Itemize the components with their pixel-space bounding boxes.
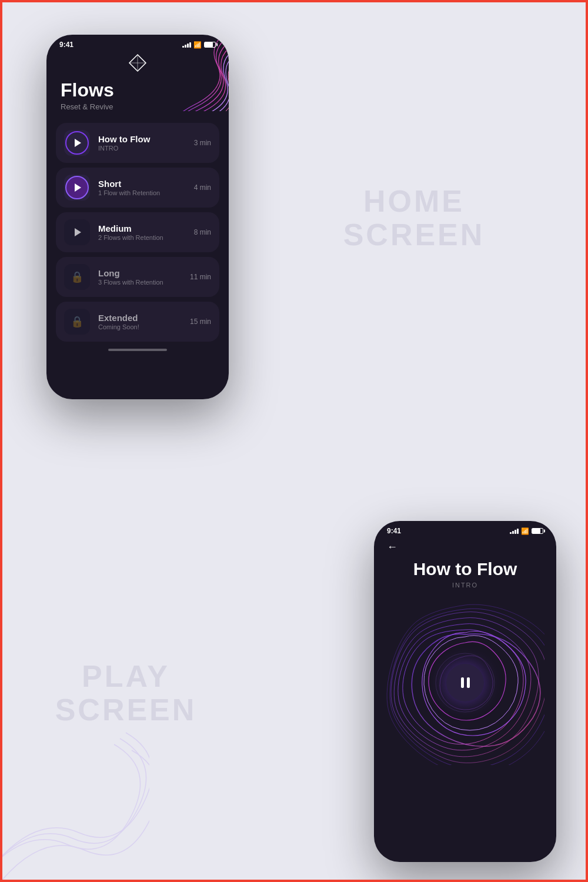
battery-icon bbox=[204, 42, 216, 48]
flow-item-medium[interactable]: Medium 2 Flows with Retention 8 min bbox=[56, 212, 219, 252]
play-triangle-icon bbox=[75, 228, 81, 236]
flow-item-extended[interactable]: 🔒 Extended Coming Soon! 15 min bbox=[56, 302, 219, 342]
flow-name: Medium bbox=[98, 223, 186, 233]
flow-duration: 3 min bbox=[194, 139, 211, 147]
time: 9:41 bbox=[59, 41, 74, 49]
play-title: How to Flow bbox=[413, 559, 517, 579]
flow-desc: 2 Flows with Retention bbox=[98, 234, 186, 241]
time-play: 9:41 bbox=[387, 527, 401, 535]
home-indicator bbox=[108, 349, 167, 351]
flow-desc: Coming Soon! bbox=[98, 323, 182, 330]
flow-info-short: Short 1 Flow with Retention bbox=[98, 179, 186, 196]
play-screen-content: How to Flow INTRO bbox=[374, 559, 556, 765]
play-circle-outline bbox=[65, 131, 89, 155]
lock-icon: 🔒 bbox=[71, 270, 83, 283]
flow-item-short[interactable]: Short 1 Flow with Retention 4 min bbox=[56, 168, 219, 208]
home-screen-label: HOMESCREEN bbox=[296, 185, 532, 252]
flow-name: Long bbox=[98, 268, 182, 278]
flow-info-how-to-flow: How to Flow INTRO bbox=[98, 134, 186, 152]
flow-name: Extended bbox=[98, 313, 182, 323]
signal-bars-play bbox=[510, 528, 519, 534]
pause-bar-left bbox=[461, 677, 464, 688]
flow-duration: 8 min bbox=[194, 228, 211, 236]
flow-desc: INTRO bbox=[98, 145, 186, 152]
lock-icon: 🔒 bbox=[71, 315, 83, 328]
status-icons-play: 📶 bbox=[510, 527, 543, 535]
bg-decoration bbox=[2, 703, 149, 880]
flow-icon-long: 🔒 bbox=[64, 264, 90, 290]
flow-icon-short bbox=[64, 175, 90, 201]
flow-duration: 4 min bbox=[194, 183, 211, 192]
back-button[interactable]: ← bbox=[374, 535, 556, 559]
flow-icon-medium bbox=[64, 219, 90, 245]
flow-item-long[interactable]: 🔒 Long 3 Flows with Retention 11 min bbox=[56, 257, 219, 297]
phone-home: 9:41 📶 Flows Reset & Revive bbox=[46, 35, 229, 399]
play-circle-filled bbox=[65, 176, 89, 199]
flow-list: How to Flow INTRO 3 min Short 1 Flow wit… bbox=[46, 123, 229, 342]
pause-bar-right bbox=[467, 677, 470, 688]
flow-name: How to Flow bbox=[98, 134, 186, 144]
flow-desc: 1 Flow with Retention bbox=[98, 189, 186, 196]
flow-icon-how-to-flow bbox=[64, 130, 90, 156]
flow-duration: 15 min bbox=[190, 318, 211, 326]
pause-icon bbox=[461, 677, 470, 688]
wifi-icon-play: 📶 bbox=[521, 527, 529, 535]
status-bar-play: 9:41 📶 bbox=[374, 521, 556, 535]
flow-desc: 3 Flows with Retention bbox=[98, 279, 182, 286]
pause-button[interactable] bbox=[446, 664, 484, 701]
flow-icon-extended: 🔒 bbox=[64, 309, 90, 335]
waveform-container bbox=[386, 600, 544, 765]
battery-icon-play bbox=[532, 528, 543, 534]
flow-info-extended: Extended Coming Soon! bbox=[98, 313, 182, 330]
phone-play: 9:41 📶 ← How to Flow INTRO bbox=[374, 521, 556, 862]
play-triangle-icon bbox=[75, 139, 81, 147]
flow-duration: 11 min bbox=[190, 273, 211, 281]
flow-info-medium: Medium 2 Flows with Retention bbox=[98, 223, 186, 241]
play-subtitle: INTRO bbox=[452, 582, 478, 589]
play-triangle-icon bbox=[75, 183, 81, 192]
flow-info-long: Long 3 Flows with Retention bbox=[98, 268, 182, 286]
flow-name: Short bbox=[98, 179, 186, 189]
flow-item-how-to-flow[interactable]: How to Flow INTRO 3 min bbox=[56, 123, 219, 163]
